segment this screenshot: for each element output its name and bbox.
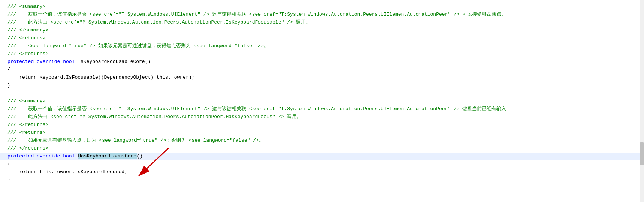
code-token: } — [7, 176, 10, 184]
code-line: { — [0, 160, 644, 168]
code-token: /> 调用。 — [284, 19, 311, 27]
code-line: /// <returns> — [0, 129, 644, 137]
code-token: /> 这与该键相关联 — [200, 105, 249, 113]
code-line: /// 此方法由 <see cref="M:System.Windows.Aut… — [0, 19, 644, 27]
code-line: /// </returns> — [0, 121, 644, 129]
code-line: /// 如果元素具有键盘输入点，则为 <see langword="true" … — [0, 137, 644, 145]
code-content: /// <summary>/// 获取一个值，该值指示是否 <see cref=… — [0, 3, 644, 184]
code-token: <see cref="M:System.Windows.Automation.P… — [50, 19, 284, 27]
code-editor: /// <summary>/// 获取一个值，该值指示是否 <see cref=… — [0, 0, 644, 202]
code-token: />。 — [250, 137, 264, 145]
code-line: /// </returns> — [0, 50, 644, 58]
code-token: <see langword="false" — [194, 42, 255, 50]
code-token: /> 可以接受键盘焦点。 — [451, 11, 506, 19]
code-line: /// 获取一个值，该值指示是否 <see cref="T:System.Win… — [0, 11, 644, 19]
code-token: /// <summary> — [7, 3, 45, 11]
code-line: /// </summary> — [0, 27, 644, 34]
code-token: /// <returns> — [7, 129, 45, 137]
highlight-token: HasKeyboardFocusCore — [78, 153, 137, 159]
code-token: HasKeyboardFocusCore — [78, 153, 137, 160]
code-token: <see cref="T:System.Windows.UIElement" — [89, 105, 200, 113]
code-line: /// 此方法由 <see cref="M:System.Windows.Aut… — [0, 113, 644, 121]
code-line — [0, 90, 644, 97]
code-line: } — [0, 176, 644, 184]
code-line: { — [0, 66, 644, 74]
code-token: return this._owner.IsKeyboardFocused; — [7, 168, 127, 176]
code-token: /// 此方法由 — [7, 113, 50, 121]
code-token: /// </returns> — [7, 145, 48, 153]
code-token: { — [7, 66, 10, 74]
code-token: <see langword="false" — [189, 137, 250, 145]
code-token: /> 调用。 — [275, 113, 302, 121]
code-line: return this._owner.IsKeyboardFocused; — [0, 168, 644, 176]
code-token: /// 此方法由 — [7, 19, 50, 27]
code-line: /// </returns> — [0, 145, 644, 153]
code-token: <see cref="T:System.Windows.UIElement" — [89, 11, 200, 19]
code-token: /// </returns> — [7, 50, 48, 58]
code-line: protected override bool HasKeyboardFocus… — [0, 153, 644, 160]
code-token: IsKeyboardFocusableCore() — [78, 58, 151, 66]
code-token: /// — [7, 42, 28, 50]
code-token: <see cref="T:System.Windows.Automation.P… — [249, 105, 451, 113]
code-token: /// 获取一个值，该值指示是否 — [7, 105, 89, 113]
code-token: /> 如果该元素是可通过键盘；获得焦点否则为 — [87, 42, 194, 50]
code-token: /> 这与该键相关联 — [200, 11, 249, 19]
code-line: /// <see langword="true" /> 如果该元素是可通过键盘；… — [0, 42, 644, 50]
code-token: />。 — [255, 42, 268, 50]
code-token: />；否则为 — [157, 137, 188, 145]
code-token: /// 获取一个值，该值指示是否 — [7, 11, 89, 19]
code-line: protected override bool IsKeyboardFocusa… — [0, 58, 644, 66]
code-line: /// <summary> — [0, 3, 644, 11]
code-token: protected override bool — [7, 58, 78, 66]
code-line: /// 获取一个值，该值指示是否 <see cref="T:System.Win… — [0, 105, 644, 113]
scrollbar-thumb[interactable] — [640, 142, 644, 165]
code-token: <see langword="true" — [99, 137, 157, 145]
code-token: <see cref="T:System.Windows.Automation.P… — [249, 11, 451, 19]
code-token: /// </returns> — [7, 121, 48, 129]
code-token: <see langword="true" — [28, 42, 87, 50]
scrollbar[interactable] — [640, 0, 644, 202]
code-line: /// <summary> — [0, 97, 644, 105]
code-token: <see cref="M:System.Windows.Automation.P… — [50, 113, 275, 121]
code-token: /// <returns> — [7, 34, 45, 42]
code-token: /// <summary> — [7, 97, 45, 105]
code-token: } — [7, 82, 10, 90]
code-line: } — [0, 82, 644, 90]
code-line: return Keyboard.IsFocusable((DependencyO… — [0, 74, 644, 82]
code-token: protected override bool — [7, 153, 78, 160]
code-token: () — [137, 153, 143, 160]
code-token: /// </summary> — [7, 27, 48, 34]
code-token: /// 如果元素具有键盘输入点，则为 — [7, 137, 99, 145]
code-line: /// <returns> — [0, 34, 644, 42]
code-token: /> 键盘当前已经有输入 — [451, 105, 506, 113]
code-token: { — [7, 160, 10, 168]
code-token: return Keyboard.IsFocusable((DependencyO… — [7, 74, 194, 82]
